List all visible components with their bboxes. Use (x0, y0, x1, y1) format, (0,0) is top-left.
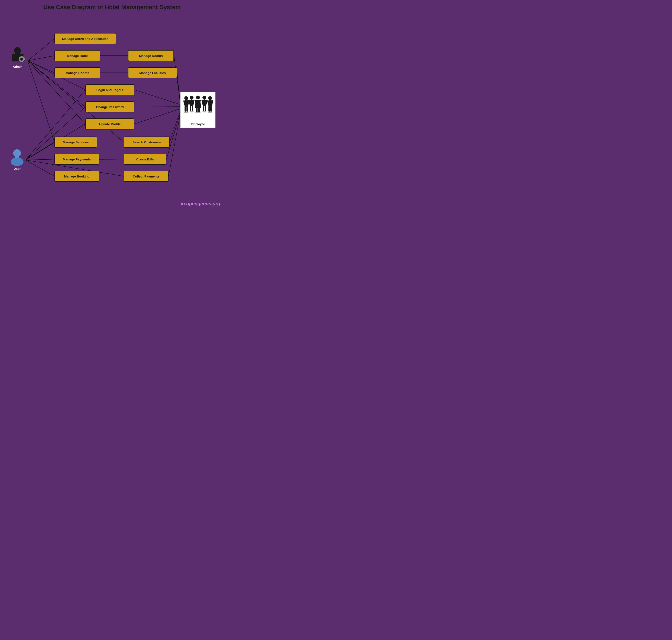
user-label: User (13, 167, 20, 171)
search-customers-box: Search Customers (124, 136, 170, 148)
svg-line-0 (28, 39, 54, 61)
svg-rect-46 (187, 106, 188, 112)
svg-line-13 (26, 107, 85, 160)
svg-rect-40 (15, 156, 19, 158)
svg-rect-70 (210, 106, 212, 112)
collect-payments-box: Collect Payments (124, 171, 169, 182)
svg-line-11 (26, 160, 54, 176)
svg-point-53 (196, 96, 200, 99)
svg-line-2 (28, 61, 54, 73)
svg-rect-58 (198, 107, 200, 112)
svg-point-71 (184, 112, 188, 113)
svg-line-28 (169, 114, 180, 176)
svg-point-41 (184, 96, 188, 100)
admin-actor: Admin (9, 46, 27, 69)
manage-booking-box: Manage Booking (54, 171, 99, 182)
watermark: iq.opengenus.org (181, 201, 220, 206)
manage-facilities-box: Manage Facilities (128, 67, 177, 78)
svg-line-10 (26, 159, 54, 160)
svg-point-74 (202, 111, 206, 113)
svg-point-47 (190, 96, 193, 100)
manage-services-box: Manage Services (54, 136, 97, 148)
change-password-box: Change Password (85, 101, 134, 113)
svg-line-23 (174, 56, 180, 101)
login-logout-box: Login and Logout (85, 84, 134, 96)
svg-point-75 (208, 112, 212, 113)
employee-icon (182, 94, 214, 121)
svg-line-25 (177, 73, 180, 104)
manage-hotel-box: Manage Hotel (54, 50, 100, 61)
employee-label: Employee (191, 122, 205, 126)
svg-line-18 (134, 90, 180, 104)
create-bills-box: Create Bills (124, 154, 166, 165)
svg-point-59 (203, 96, 206, 100)
svg-line-27 (166, 113, 180, 159)
svg-rect-52 (192, 106, 193, 111)
manage-rooms-top-box: Manage Rooms (128, 50, 174, 61)
user-actor: User (9, 147, 26, 171)
svg-point-30 (14, 47, 21, 54)
svg-rect-45 (185, 106, 186, 112)
svg-rect-63 (203, 106, 204, 111)
svg-rect-34 (21, 56, 23, 57)
svg-line-1 (28, 56, 54, 61)
svg-point-73 (195, 112, 201, 113)
svg-rect-37 (24, 58, 25, 60)
svg-line-6 (28, 61, 54, 142)
svg-point-38 (11, 157, 24, 166)
svg-rect-36 (19, 58, 20, 60)
title: Use Case Diagram of Hotel Management Sys… (0, 0, 224, 13)
svg-rect-31 (15, 53, 20, 55)
manage-rooms-left-box: Manage Rooms (54, 67, 100, 78)
svg-rect-69 (208, 106, 210, 112)
update-profile-box: Update Profile (85, 118, 134, 130)
admin-icon (9, 46, 27, 64)
svg-point-33 (20, 58, 23, 61)
svg-line-12 (26, 90, 85, 160)
manage-payments-box: Manage Payments (54, 154, 99, 165)
svg-point-39 (13, 149, 21, 157)
svg-point-65 (208, 96, 212, 100)
svg-line-26 (170, 111, 180, 142)
svg-rect-64 (205, 106, 206, 111)
svg-line-20 (134, 109, 180, 124)
svg-rect-35 (21, 61, 23, 62)
admin-label: Admin (13, 65, 23, 69)
user-icon (9, 147, 26, 166)
svg-rect-57 (196, 107, 198, 112)
svg-point-72 (189, 111, 194, 113)
manage-users-box: Manage Users and Application (54, 33, 116, 44)
employee-actor: Employee (180, 92, 216, 128)
svg-line-15 (26, 142, 54, 160)
svg-rect-51 (190, 106, 191, 111)
svg-line-21 (174, 56, 180, 102)
